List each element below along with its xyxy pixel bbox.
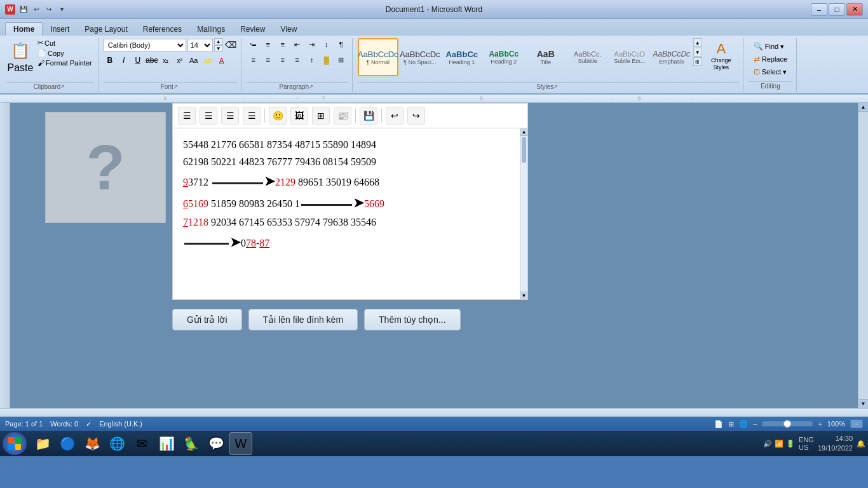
media-btn[interactable]: 📰 bbox=[334, 107, 351, 125]
image-btn[interactable]: 🖼 bbox=[290, 107, 308, 125]
redo-quick-btn[interactable]: ↪ bbox=[43, 4, 55, 15]
change-styles-button[interactable]: A Change Styles bbox=[703, 38, 739, 74]
font-size-decrease-btn[interactable]: ▼ bbox=[214, 45, 223, 51]
tab-home[interactable]: Home bbox=[5, 22, 43, 36]
list-btn-3[interactable]: ☰ bbox=[221, 107, 239, 125]
font-expand-btn[interactable]: ↗ bbox=[173, 84, 180, 90]
taskbar-excel-btn[interactable]: 📊 bbox=[155, 432, 178, 455]
align-right-btn[interactable]: ≡ bbox=[276, 53, 290, 66]
taskbar-app1-btn[interactable]: 🔵 bbox=[56, 432, 79, 455]
bullet-list-btn[interactable]: ≔ bbox=[247, 38, 261, 51]
zoom-out-btn[interactable]: – bbox=[753, 420, 757, 428]
shading-btn[interactable]: ▓ bbox=[320, 53, 334, 66]
paste-button[interactable]: 📋 Paste bbox=[6, 38, 34, 75]
redo-doc-btn[interactable]: ↪ bbox=[407, 107, 425, 125]
tab-review[interactable]: Review bbox=[233, 23, 273, 36]
taskbar-firefox-btn[interactable]: 🦊 bbox=[81, 432, 104, 455]
view-normal-icon[interactable]: 📄 bbox=[714, 420, 723, 428]
bold-btn[interactable]: B bbox=[104, 54, 116, 67]
styles-expand-arrow-btn[interactable]: ↗ bbox=[553, 84, 560, 90]
scroll-up-btn[interactable]: ▲ bbox=[520, 128, 527, 136]
font-color-btn[interactable]: A bbox=[215, 54, 228, 67]
line-spacing-btn[interactable]: ↕ bbox=[305, 53, 319, 66]
view-full-icon[interactable]: ⊞ bbox=[728, 420, 734, 428]
tab-references[interactable]: References bbox=[135, 23, 189, 36]
taskbar-chrome-btn[interactable]: 🌐 bbox=[105, 432, 128, 455]
zoom-adjust-btn[interactable]: − bbox=[850, 419, 863, 428]
taskbar-word-btn[interactable]: W bbox=[229, 432, 252, 455]
page-scroll-up-btn[interactable]: ▲ bbox=[858, 103, 868, 112]
format-painter-button[interactable]: 🖌 Format Painter bbox=[36, 58, 94, 67]
taskbar-explorer-btn[interactable]: 📁 bbox=[31, 432, 54, 455]
tab-mailings[interactable]: Mailings bbox=[189, 23, 233, 36]
font-name-select[interactable]: Calibri (Body) bbox=[104, 39, 186, 51]
tab-insert[interactable]: Insert bbox=[43, 23, 77, 36]
taskbar-zalo-btn[interactable]: 💬 bbox=[205, 432, 227, 455]
borders-btn[interactable]: ⊞ bbox=[334, 53, 348, 66]
zoom-slider[interactable] bbox=[762, 421, 813, 426]
show-hide-btn[interactable]: ¶ bbox=[334, 38, 348, 51]
copy-button[interactable]: 📄 Copy bbox=[36, 48, 94, 58]
style-heading2[interactable]: AaBbCc Heading 2 bbox=[484, 38, 524, 76]
style-heading1[interactable]: AaBbCc Heading 1 bbox=[442, 38, 482, 76]
undo-doc-btn[interactable]: ↩ bbox=[386, 107, 403, 125]
numbered-list-btn[interactable]: ≡ bbox=[261, 38, 275, 51]
style-title[interactable]: AaB Title bbox=[526, 38, 566, 76]
save-quick-btn[interactable]: 💾 bbox=[18, 4, 29, 15]
highlight-btn[interactable]: ab bbox=[201, 54, 214, 67]
multi-level-list-btn[interactable]: ≡ bbox=[276, 38, 290, 51]
para-expand-btn[interactable]: ↗ bbox=[309, 84, 315, 90]
list-btn-1[interactable]: ☰ bbox=[178, 107, 196, 125]
underline-btn[interactable]: U bbox=[132, 54, 144, 67]
dropdown-quick-btn[interactable]: ▾ bbox=[56, 4, 67, 15]
sort-btn[interactable]: ↕ bbox=[320, 38, 334, 51]
taskbar-mail-btn[interactable]: ✉ bbox=[130, 432, 153, 455]
italic-btn[interactable]: I bbox=[118, 54, 130, 67]
submit-reply-btn[interactable]: Gửi trả lời bbox=[172, 309, 242, 330]
table-btn[interactable]: ⊞ bbox=[312, 107, 330, 125]
style-subtle-em[interactable]: AaBbCcD Subtle Em... bbox=[609, 38, 650, 76]
taskbar-app2-btn[interactable]: 🦜 bbox=[180, 432, 203, 455]
undo-quick-btn[interactable]: ↩ bbox=[31, 4, 42, 15]
change-case-btn[interactable]: Aa bbox=[187, 54, 200, 67]
style-normal[interactable]: AaBbCcDc ¶ Normal bbox=[358, 38, 398, 76]
list-btn-2[interactable]: ☰ bbox=[200, 107, 217, 125]
clear-format-btn[interactable]: ⌫ bbox=[224, 39, 237, 51]
scroll-down-btn[interactable]: ▼ bbox=[520, 292, 527, 299]
subscript-btn[interactable]: x₂ bbox=[159, 54, 172, 67]
center-btn[interactable]: ≡ bbox=[261, 53, 275, 66]
save-doc-btn[interactable]: 💾 bbox=[360, 107, 377, 125]
zoom-in-btn[interactable]: + bbox=[818, 420, 822, 428]
style-subtitle[interactable]: AaBbCc. Subtitle bbox=[567, 38, 608, 76]
find-button[interactable]: 🔍 Find ▾ bbox=[751, 41, 790, 52]
more-options-btn[interactable]: Thêm tùy chọn... bbox=[364, 309, 460, 330]
list-btn-4[interactable]: ☰ bbox=[243, 107, 261, 125]
view-web-icon[interactable]: 🌐 bbox=[739, 420, 748, 428]
styles-expand-btn[interactable]: ⊞ bbox=[693, 57, 702, 66]
select-button[interactable]: ⊡ Select ▾ bbox=[751, 66, 790, 78]
superscript-btn[interactable]: x² bbox=[173, 54, 186, 67]
tab-page-layout[interactable]: Page Layout bbox=[77, 23, 135, 36]
style-nospace[interactable]: AaBbCcDc ¶ No Spaci... bbox=[400, 38, 440, 76]
cut-button[interactable]: ✂ Cut bbox=[36, 38, 94, 48]
start-button[interactable] bbox=[3, 432, 27, 455]
page-scroll-down-btn[interactable]: ▼ bbox=[858, 399, 868, 408]
font-size-select[interactable]: 14 bbox=[187, 39, 213, 51]
justify-btn[interactable]: ≡ bbox=[290, 53, 304, 66]
notification-btn[interactable]: 🔔 bbox=[857, 440, 865, 448]
minimize-btn[interactable]: – bbox=[811, 3, 827, 16]
increase-indent-btn[interactable]: ⇥ bbox=[305, 38, 319, 51]
align-left-btn[interactable]: ≡ bbox=[247, 53, 261, 66]
upload-file-btn[interactable]: Tải lên file đính kèm bbox=[248, 309, 358, 330]
font-size-increase-btn[interactable]: ▲ bbox=[214, 38, 223, 44]
tab-view[interactable]: View bbox=[273, 23, 305, 36]
replace-button[interactable]: ⇄ Replace bbox=[751, 53, 790, 65]
decrease-indent-btn[interactable]: ⇤ bbox=[290, 38, 304, 51]
clipboard-expand-btn[interactable]: ↗ bbox=[60, 84, 67, 90]
style-emphasis[interactable]: AaBbCcDc Emphasis bbox=[651, 38, 692, 76]
maximize-btn[interactable]: □ bbox=[829, 3, 845, 16]
strikethrough-btn[interactable]: abc bbox=[146, 54, 158, 67]
emoji-btn[interactable]: 🙂 bbox=[269, 107, 287, 125]
styles-scroll-down-btn[interactable]: ▼ bbox=[693, 48, 702, 57]
close-btn[interactable]: ✕ bbox=[846, 3, 863, 16]
